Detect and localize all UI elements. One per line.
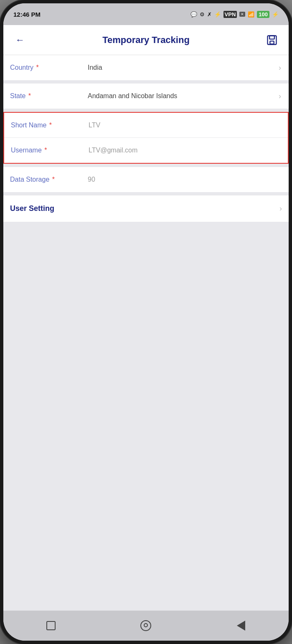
- separator-5: [3, 222, 289, 473]
- country-row[interactable]: Country * India ›: [3, 55, 289, 80]
- status-bar: 12:46 PM 💬 ⚙ ✗ ⚡ VPN ✕ 📶 100 ⚡: [3, 3, 289, 25]
- recent-apps-icon: [46, 621, 56, 630]
- user-setting-row[interactable]: User Setting ›: [3, 195, 289, 222]
- short-name-label: Short Name *: [4, 117, 84, 134]
- recent-apps-button[interactable]: [41, 615, 61, 636]
- home-icon-inner: [144, 623, 148, 627]
- back-button[interactable]: ←: [12, 32, 28, 48]
- username-required: *: [44, 147, 47, 154]
- status-time: 12:46 PM: [13, 11, 41, 18]
- bluetooth-icon: ⚡: [214, 11, 221, 18]
- wrench-icon: ✗: [207, 11, 212, 18]
- state-row[interactable]: State * Andaman and Nicobar Islands ›: [3, 84, 289, 109]
- home-icon: [140, 620, 151, 631]
- message-icon: 💬: [190, 11, 197, 18]
- state-required: *: [28, 92, 31, 99]
- country-required: *: [36, 64, 38, 71]
- back-icon: [237, 621, 245, 631]
- state-value: Andaman and Nicobar Islands: [83, 87, 276, 105]
- data-storage-section: Data Storage *: [3, 167, 289, 192]
- separator-2: [3, 109, 289, 112]
- bolt-icon: ⚡: [272, 11, 279, 18]
- battery-icon: 100: [257, 11, 269, 18]
- username-label: Username *: [4, 142, 84, 159]
- wifi-icon: 📶: [248, 11, 254, 18]
- x-badge: ✕: [239, 12, 245, 17]
- separator-3: [3, 164, 289, 167]
- svg-rect-1: [269, 35, 274, 39]
- state-label: State *: [3, 87, 83, 105]
- short-name-row[interactable]: Short Name *: [4, 113, 288, 138]
- form-content: Country * India › State * Andaman and Ni…: [3, 55, 289, 611]
- status-icons: 💬 ⚙ ✗ ⚡ VPN ✕ 📶 100 ⚡: [190, 11, 279, 18]
- user-setting-label: User Setting: [10, 204, 54, 213]
- data-storage-input[interactable]: [83, 171, 289, 188]
- svg-rect-2: [270, 41, 274, 44]
- separator-1: [3, 80, 289, 84]
- data-storage-label: Data Storage *: [3, 171, 83, 188]
- home-button[interactable]: [135, 615, 156, 636]
- svg-rect-0: [268, 35, 277, 44]
- phone-screen: 12:46 PM 💬 ⚙ ✗ ⚡ VPN ✕ 📶 100 ⚡ ← Tempora…: [3, 3, 289, 641]
- data-storage-row[interactable]: Data Storage *: [3, 167, 289, 192]
- vpn-badge: VPN: [223, 11, 237, 18]
- country-value: India: [83, 59, 276, 76]
- settings-icon: ⚙: [200, 11, 205, 18]
- save-button[interactable]: [264, 32, 280, 48]
- phone-shell: 12:46 PM 💬 ⚙ ✗ ⚡ VPN ✕ 📶 100 ⚡ ← Tempora…: [0, 0, 292, 644]
- data-storage-required: *: [52, 176, 55, 183]
- separator-4: [3, 192, 289, 195]
- country-label: Country *: [3, 59, 83, 76]
- username-row[interactable]: Username *: [4, 138, 288, 163]
- highlighted-section: Short Name * Username *: [3, 112, 289, 164]
- country-section: Country * India ›: [3, 55, 289, 80]
- short-name-input[interactable]: [84, 117, 288, 134]
- page-title: Temporary Tracking: [28, 35, 264, 46]
- country-chevron-icon: ›: [276, 63, 289, 72]
- username-input[interactable]: [84, 142, 288, 159]
- app-header: ← Temporary Tracking: [3, 25, 289, 55]
- back-nav-button[interactable]: [231, 615, 251, 636]
- state-chevron-icon: ›: [276, 92, 289, 101]
- short-name-required: *: [49, 122, 52, 129]
- bottom-nav: [3, 611, 289, 641]
- user-setting-chevron-icon: ›: [279, 204, 282, 213]
- save-icon: [266, 34, 278, 46]
- state-section: State * Andaman and Nicobar Islands ›: [3, 84, 289, 109]
